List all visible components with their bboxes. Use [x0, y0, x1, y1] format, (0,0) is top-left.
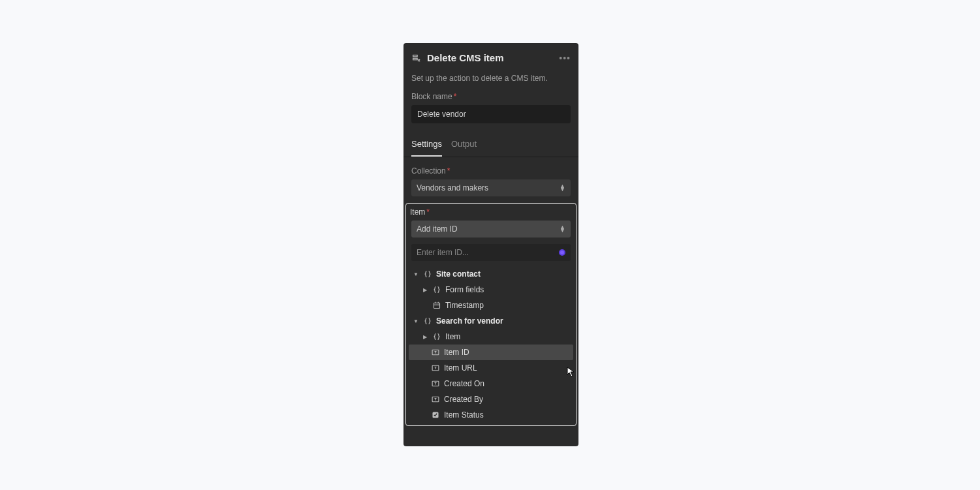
- panel-description: Set up the action to delete a CMS item.: [403, 70, 578, 92]
- item-select-placeholder: Add item ID: [417, 224, 458, 234]
- required-star: *: [454, 92, 457, 101]
- tree-label: Form fields: [445, 285, 484, 294]
- tab-settings[interactable]: Settings: [411, 132, 442, 157]
- chevron-down-icon: ▼: [413, 271, 419, 277]
- item-dropdown: Item* Add item ID ▲▼ ▼ Site contact ▶: [405, 203, 577, 426]
- item-label: Item*: [407, 206, 575, 221]
- variable-indicator-icon[interactable]: [559, 249, 565, 256]
- tree-group-search-vendor[interactable]: ▼ Search for vendor: [409, 313, 573, 329]
- config-panel: Delete CMS item ••• Set up the action to…: [403, 43, 578, 446]
- braces-icon: [432, 332, 441, 341]
- collection-label-text: Collection: [411, 166, 446, 176]
- tab-output[interactable]: Output: [451, 132, 477, 157]
- tree-item-item-id[interactable]: Item ID: [409, 345, 573, 360]
- panel-title: Delete CMS item: [427, 52, 552, 63]
- collection-select[interactable]: Vendors and makers ▲▼: [411, 179, 571, 196]
- svg-rect-0: [413, 55, 417, 56]
- tree-label: Item Status: [444, 410, 484, 420]
- tree-item-item-status[interactable]: Item Status: [409, 407, 573, 423]
- required-star: *: [447, 166, 450, 176]
- collection-label: Collection*: [411, 166, 571, 179]
- calendar-icon: [432, 301, 441, 310]
- required-star: *: [426, 207, 430, 217]
- chevron-updown-icon: ▲▼: [560, 226, 565, 233]
- text-field-icon: [431, 363, 440, 373]
- tree-label: Created On: [444, 379, 484, 388]
- item-search-row: [411, 244, 571, 261]
- variable-tree: ▼ Site contact ▶ Form fields Timestamp: [407, 266, 575, 423]
- tree-item-form-fields[interactable]: ▶ Form fields: [409, 282, 573, 298]
- braces-icon: [423, 269, 432, 279]
- chevron-down-icon: ▼: [413, 318, 419, 324]
- chevron-right-icon: ▶: [422, 287, 428, 293]
- tree-item-item[interactable]: ▶ Item: [409, 329, 573, 345]
- more-icon[interactable]: •••: [559, 53, 571, 63]
- chevron-updown-icon: ▲▼: [560, 185, 565, 192]
- tree-label: Site contact: [436, 269, 481, 279]
- tree-label: Created By: [444, 395, 483, 404]
- tree-label: Search for vendor: [436, 316, 503, 326]
- braces-icon: [423, 316, 432, 326]
- item-search-input[interactable]: [417, 248, 559, 257]
- block-name-input[interactable]: [411, 105, 571, 123]
- tree-item-created-by[interactable]: Created By: [409, 391, 573, 407]
- tree-label: Item: [445, 332, 460, 341]
- tree-group-site-contact[interactable]: ▼ Site contact: [409, 266, 573, 282]
- checkbox-icon: [431, 410, 440, 420]
- item-label-text: Item: [410, 207, 425, 217]
- tree-label: Timestamp: [445, 301, 484, 310]
- panel-header: Delete CMS item •••: [403, 43, 578, 70]
- tree-label: Item URL: [444, 363, 477, 373]
- settings-section: Collection*: [403, 157, 578, 179]
- text-field-icon: [431, 348, 440, 357]
- text-field-icon: [431, 379, 440, 388]
- block-name-label-text: Block name: [411, 92, 452, 101]
- svg-rect-1: [413, 58, 417, 59]
- tree-item-created-on[interactable]: Created On: [409, 376, 573, 391]
- delete-block-icon: [411, 54, 420, 63]
- text-field-icon: [431, 395, 440, 404]
- braces-icon: [432, 285, 441, 294]
- block-name-label: Block name*: [403, 92, 578, 105]
- item-select[interactable]: Add item ID ▲▼: [411, 221, 571, 237]
- svg-rect-4: [434, 303, 440, 308]
- tree-item-timestamp[interactable]: Timestamp: [409, 298, 573, 313]
- chevron-right-icon: ▶: [422, 334, 428, 340]
- tabs: Settings Output: [403, 132, 578, 157]
- collection-value: Vendors and makers: [417, 183, 488, 192]
- tree-label: Item ID: [444, 348, 469, 357]
- tree-item-item-url[interactable]: Item URL: [409, 360, 573, 376]
